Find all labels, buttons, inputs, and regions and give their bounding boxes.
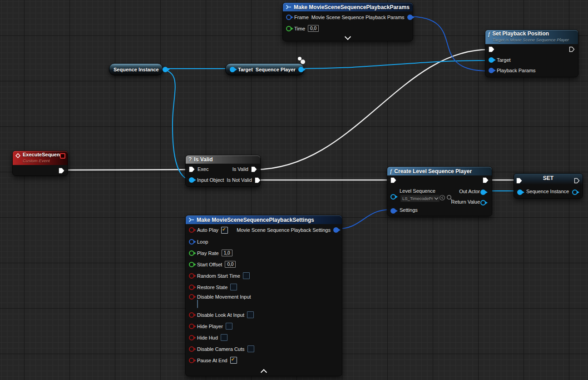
pin-exec-out[interactable] (59, 168, 64, 174)
pin-sequence-player-out[interactable] (298, 67, 304, 72)
pin-hide-player[interactable] (189, 324, 194, 329)
hide-hud-checkbox[interactable] (221, 334, 227, 341)
node-title: Is Valid (194, 156, 212, 163)
pin-exec-in[interactable] (390, 177, 396, 183)
pin-frame-label: Frame (294, 15, 309, 20)
pin-is-valid-out[interactable] (251, 166, 257, 172)
pin-settings-out-label: Movie Scene Sequence Playback Settings (237, 227, 331, 233)
play-rate-input[interactable]: 1,0 (222, 250, 232, 256)
pause-at-end-checkbox[interactable] (230, 357, 237, 364)
pin-out-actor-label: Out Actor (459, 189, 480, 194)
node-title: Make MovieSceneSequencePlaybackParams (294, 4, 410, 10)
pin-hide-hud[interactable] (189, 335, 194, 340)
node-make-playback-settings[interactable]: Make MovieSceneSequencePlaybackSettings … (185, 215, 342, 376)
node-header[interactable]: f Set Playback Position Target is Movie … (485, 30, 578, 44)
node-is-valid[interactable]: ? Is Valid Exec Is Valid Input Object Is… (185, 155, 261, 187)
pin-loop-label: Loop (197, 239, 208, 245)
node-title: Set Playback Position (492, 31, 569, 37)
node-title: SET (514, 174, 583, 181)
node-get-sequence-player[interactable]: Target Sequence Player (225, 63, 304, 75)
blueprint-graph-canvas[interactable]: { "colors": { "exec_wire": "#f0f0f0", "o… (0, 0, 588, 380)
pin-value-out[interactable] (572, 190, 578, 195)
pin-sequence-instance-in[interactable] (517, 190, 523, 195)
pin-disable-camera-cuts[interactable] (189, 346, 194, 352)
pin-random-start-time-label: Random Start Time (197, 273, 240, 279)
node-create-level-sequence-player[interactable]: f Create Level Sequence Player Level Seq… (387, 166, 492, 216)
node-get-sequence-instance[interactable]: Sequence Instance (109, 63, 163, 75)
pin-play-rate[interactable] (189, 250, 194, 256)
pin-exec-in[interactable] (189, 166, 195, 172)
pin-pause-at-end-label: Pause At End (197, 358, 227, 363)
node-subtitle: Target is Movie Scene Sequence Player (492, 37, 569, 43)
node-set-playback-position[interactable]: f Set Playback Position Target is Movie … (485, 30, 578, 77)
level-sequence-dropdown[interactable]: LS_TimecodePr (400, 194, 440, 202)
pin-pause-at-end[interactable] (189, 358, 194, 363)
pin-auto-play[interactable] (189, 227, 194, 233)
use-selected-asset-icon[interactable] (439, 195, 445, 201)
pin-start-offset[interactable] (189, 262, 194, 267)
pin-disable-look-at-input[interactable] (189, 312, 194, 318)
pin-out-actor[interactable] (480, 190, 486, 195)
pin-disable-camera-cuts-label: Disable Camera Cuts (197, 346, 245, 352)
node-header[interactable]: ? Is Valid (186, 155, 260, 164)
make-struct-icon (188, 217, 194, 222)
pin-playback-params[interactable] (489, 68, 494, 73)
pin-level-sequence-label: Level Sequence (400, 188, 435, 194)
wire-exec-executesequence-to-isvalid[interactable] (62, 170, 190, 170)
pin-target[interactable] (489, 57, 494, 63)
pin-exec-in[interactable] (489, 46, 494, 52)
pin-settings-label: Settings (400, 207, 418, 213)
random-start-time-checkbox[interactable] (243, 272, 250, 279)
pin-return-value[interactable] (480, 200, 486, 205)
expand-node-button[interactable] (283, 34, 413, 41)
node-make-playback-params[interactable]: Make MovieSceneSequencePlaybackParams Fr… (282, 2, 413, 41)
node-header[interactable]: Make MovieSceneSequencePlaybackSettings (186, 215, 342, 224)
variable-name: Sequence Instance (114, 67, 159, 72)
node-title: Create Level Sequence Player (394, 168, 472, 175)
pin-frame[interactable] (286, 15, 292, 20)
node-header[interactable]: f Create Level Sequence Player (387, 167, 492, 175)
pin-settings-out[interactable] (333, 227, 339, 233)
restore-state-checkbox[interactable] (230, 284, 237, 290)
event-bind-icon[interactable] (60, 153, 65, 159)
pin-is-not-valid-out[interactable] (255, 177, 261, 183)
disable-movement-input-checkbox[interactable] (197, 300, 198, 308)
auto-play-checkbox[interactable] (221, 227, 228, 234)
pin-restore-state-label: Restore State (197, 285, 227, 290)
pin-random-start-time[interactable] (189, 273, 194, 279)
disable-camera-cuts-checkbox[interactable] (247, 345, 254, 352)
pin-exec-in[interactable] (516, 178, 522, 184)
node-title: ExecuteSequence (23, 152, 58, 158)
pin-exec-label: Exec (198, 166, 208, 172)
hide-player-checkbox[interactable] (226, 323, 232, 330)
chevron-down-icon (345, 33, 351, 40)
pin-exec-out[interactable] (574, 178, 580, 184)
pin-target-label: Target (497, 57, 511, 63)
start-offset-input[interactable]: 0,0 (225, 261, 236, 268)
pin-playback-params-out[interactable] (407, 15, 413, 20)
pin-sequence-instance-out[interactable] (163, 67, 168, 72)
pin-out-label: Sequence Player (256, 67, 296, 72)
pin-level-sequence[interactable] (390, 194, 396, 200)
chevron-up-icon (261, 369, 267, 375)
pin-target-in[interactable] (230, 67, 235, 72)
wire-struct-playbacksettings[interactable] (336, 210, 390, 229)
pin-hide-player-label: Hide Player (197, 324, 223, 329)
pin-exec-out[interactable] (483, 177, 489, 183)
pin-disable-movement-input[interactable] (189, 294, 194, 300)
pin-restore-state[interactable] (189, 285, 194, 290)
time-value-input[interactable]: 0,0 (308, 25, 319, 32)
node-set-sequence-instance[interactable]: SET Sequence Instance (514, 173, 583, 199)
pin-settings[interactable] (390, 208, 396, 214)
node-execute-sequence-event[interactable]: ExecuteSequence Custom Event (12, 150, 68, 176)
pin-exec-out[interactable] (569, 46, 575, 52)
disable-look-at-input-checkbox[interactable] (247, 311, 254, 318)
collapse-node-button[interactable] (186, 368, 342, 375)
pin-time[interactable] (286, 26, 292, 31)
node-header[interactable]: Make MovieSceneSequencePlaybackParams (283, 3, 413, 11)
pin-auto-play-label: Auto Play (197, 227, 218, 233)
node-header[interactable]: ExecuteSequence Custom Event (13, 151, 68, 165)
pin-loop[interactable] (189, 239, 194, 245)
pin-input-object[interactable] (189, 177, 194, 183)
function-icon: f (390, 168, 392, 174)
